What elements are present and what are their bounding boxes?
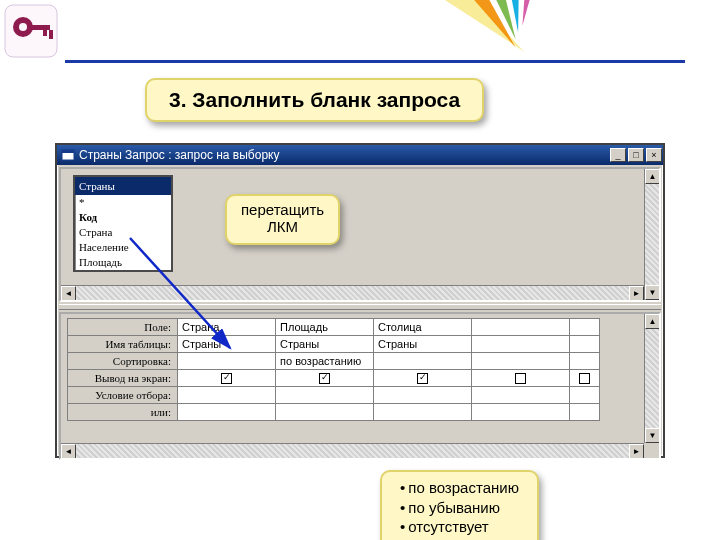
grid-cell[interactable] xyxy=(570,404,600,421)
show-checkbox[interactable] xyxy=(417,373,428,384)
window-titlebar[interactable]: Страны Запрос : запрос на выборку _ □ × xyxy=(57,145,663,165)
grid-cell[interactable] xyxy=(276,404,374,421)
field-item-star[interactable]: * xyxy=(75,195,171,210)
scroll-right-icon[interactable]: ► xyxy=(629,444,644,459)
grid-cell[interactable]: Страна xyxy=(178,319,276,336)
scroll-up-icon[interactable]: ▲ xyxy=(645,169,660,184)
pane-splitter[interactable] xyxy=(59,304,661,310)
row-label-field: Поле: xyxy=(68,319,178,336)
field-list-title[interactable]: Страны xyxy=(75,177,171,195)
grid-cell[interactable] xyxy=(570,319,600,336)
grid-cell[interactable] xyxy=(374,387,472,404)
grid-cell[interactable] xyxy=(178,387,276,404)
field-item-kod[interactable]: Код xyxy=(75,210,171,225)
grid-row-sort: Сортировка: по возрастанию xyxy=(68,353,600,370)
row-label-or: или: xyxy=(68,404,178,421)
callout-drag-hint: перетащить ЛКМ xyxy=(225,194,340,245)
grid-row-show: Вывод на экран: xyxy=(68,370,600,387)
grid-cell[interactable] xyxy=(276,387,374,404)
scroll-left-icon[interactable]: ◄ xyxy=(61,286,76,301)
header-rule xyxy=(65,60,685,63)
scroll-track[interactable] xyxy=(645,329,659,428)
show-checkbox[interactable] xyxy=(579,373,590,384)
scroll-down-icon[interactable]: ▼ xyxy=(645,285,660,300)
grid-cell[interactable] xyxy=(570,370,600,387)
grid-cell[interactable] xyxy=(178,353,276,370)
show-checkbox[interactable] xyxy=(221,373,232,384)
show-checkbox[interactable] xyxy=(515,373,526,384)
grid-row-field: Поле: Страна Площадь Столица xyxy=(68,319,600,336)
grid-cell[interactable] xyxy=(374,404,472,421)
design-grid-pane: Поле: Страна Площадь Столица Имя таблицы… xyxy=(59,312,661,460)
callout-title: 3. Заполнить бланк запроса xyxy=(145,78,484,122)
access-key-logo xyxy=(0,0,62,62)
grid-cell[interactable] xyxy=(472,404,570,421)
svg-rect-4 xyxy=(43,30,47,36)
tables-pane[interactable]: Страны * Код Страна Население Площадь ▲ … xyxy=(59,167,661,302)
scroll-track[interactable] xyxy=(76,286,629,300)
grid-cell[interactable] xyxy=(472,353,570,370)
scroll-track[interactable] xyxy=(645,184,659,285)
sort-option-desc: по убыванию xyxy=(400,498,519,518)
grid-cell[interactable] xyxy=(374,353,472,370)
tables-pane-vscroll[interactable]: ▲ ▼ xyxy=(644,169,659,300)
window-title: Страны Запрос : запрос на выборку xyxy=(79,145,279,165)
query-design-grid[interactable]: Поле: Страна Площадь Столица Имя таблицы… xyxy=(67,318,600,421)
svg-rect-5 xyxy=(49,30,53,39)
grid-cell[interactable] xyxy=(472,370,570,387)
window-maximize-button[interactable]: □ xyxy=(628,148,644,162)
row-label-criteria: Условие отбора: xyxy=(68,387,178,404)
callout-drag-line2: ЛКМ xyxy=(241,219,324,236)
grid-cell[interactable]: Столица xyxy=(374,319,472,336)
field-list[interactable]: Страны * Код Страна Население Площадь xyxy=(73,175,173,272)
grid-vscroll[interactable]: ▲ ▼ xyxy=(644,314,659,443)
field-item-naselenie[interactable]: Население xyxy=(75,240,171,255)
grid-cell[interactable] xyxy=(472,336,570,353)
svg-rect-3 xyxy=(30,25,50,30)
grid-cell[interactable] xyxy=(178,404,276,421)
grid-hscroll[interactable]: ◄ ► xyxy=(61,443,644,458)
grid-cell[interactable] xyxy=(570,336,600,353)
grid-cell[interactable]: Страны xyxy=(374,336,472,353)
grid-cell[interactable] xyxy=(472,387,570,404)
field-item-strana[interactable]: Страна xyxy=(75,225,171,240)
grid-cell[interactable]: Страны xyxy=(276,336,374,353)
svg-point-2 xyxy=(19,23,27,31)
scroll-left-icon[interactable]: ◄ xyxy=(61,444,76,459)
window-minimize-button[interactable]: _ xyxy=(610,148,626,162)
grid-cell[interactable] xyxy=(570,387,600,404)
sort-option-asc: по возрастанию xyxy=(400,478,519,498)
window-app-icon xyxy=(61,148,75,162)
svg-rect-8 xyxy=(62,150,74,153)
grid-cell[interactable]: по возрастанию xyxy=(276,353,374,370)
grid-row-criteria: Условие отбора: xyxy=(68,387,600,404)
grid-cell[interactable] xyxy=(374,370,472,387)
grid-cell[interactable] xyxy=(570,353,600,370)
callout-sort-options: по возрастанию по убыванию отсутствует xyxy=(380,470,539,540)
callout-drag-line1: перетащить xyxy=(241,202,324,219)
window-close-button[interactable]: × xyxy=(646,148,662,162)
scroll-right-icon[interactable]: ► xyxy=(629,286,644,301)
grid-cell[interactable]: Площадь xyxy=(276,319,374,336)
field-item-ploshchad[interactable]: Площадь xyxy=(75,255,171,270)
scroll-track[interactable] xyxy=(76,444,629,458)
sort-option-none: отсутствует xyxy=(400,517,519,537)
grid-cell[interactable] xyxy=(178,370,276,387)
grid-row-table: Имя таблицы: Страны Страны Страны xyxy=(68,336,600,353)
row-label-sort: Сортировка: xyxy=(68,353,178,370)
grid-cell[interactable] xyxy=(472,319,570,336)
scroll-up-icon[interactable]: ▲ xyxy=(645,314,660,329)
tables-pane-hscroll[interactable]: ◄ ► xyxy=(61,285,644,300)
show-checkbox[interactable] xyxy=(319,373,330,384)
grid-row-or: или: xyxy=(68,404,600,421)
row-label-table: Имя таблицы: xyxy=(68,336,178,353)
query-designer-window: Страны Запрос : запрос на выборку _ □ × … xyxy=(55,143,665,458)
grid-cell[interactable] xyxy=(276,370,374,387)
grid-cell[interactable]: Страны xyxy=(178,336,276,353)
row-label-show: Вывод на экран: xyxy=(68,370,178,387)
scroll-down-icon[interactable]: ▼ xyxy=(645,428,660,443)
